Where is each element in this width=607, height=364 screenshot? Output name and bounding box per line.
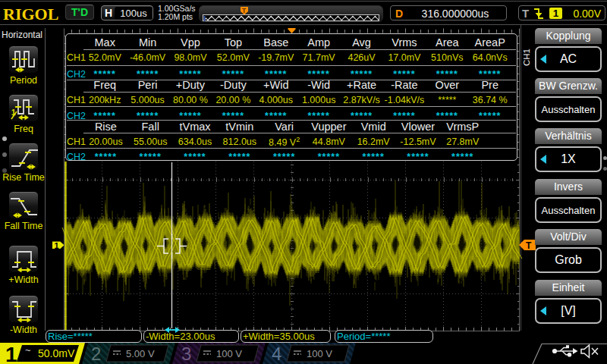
svg-text:T: T (242, 7, 247, 14)
svg-text:3: 3 (181, 344, 191, 364)
svg-text:50.0mV: 50.0mV (38, 347, 75, 359)
svg-text:T: T (526, 240, 532, 251)
svg-text:100 V: 100 V (307, 348, 332, 359)
svg-text:100 V: 100 V (216, 348, 242, 359)
svg-text:~: ~ (25, 344, 31, 356)
svg-text:2: 2 (91, 344, 101, 364)
svg-text:4: 4 (272, 344, 281, 364)
svg-text:5.00 V: 5.00 V (126, 348, 155, 359)
svg-text:1: 1 (5, 343, 17, 364)
svg-text:1: 1 (55, 241, 59, 250)
